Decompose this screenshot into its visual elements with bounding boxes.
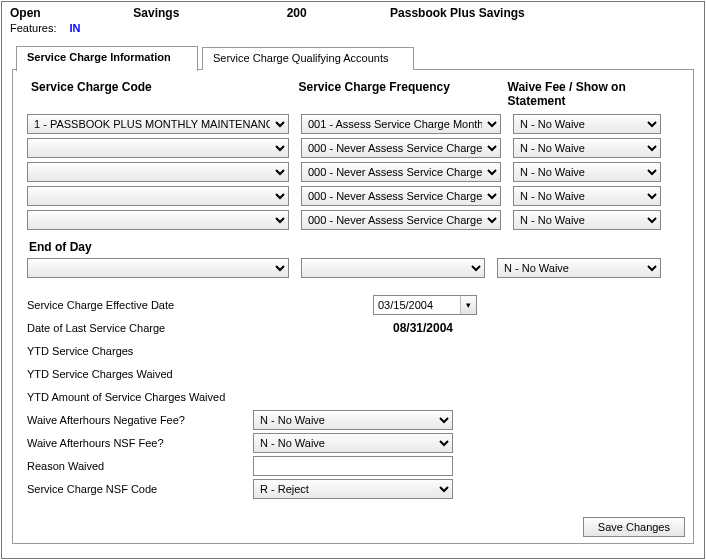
eod-row: N - No Waive	[23, 258, 683, 278]
service-charge-code-select[interactable]	[27, 210, 289, 230]
waive-ah-neg-label: Waive Afterhours Negative Fee?	[27, 414, 253, 426]
reason-waived-row: Reason Waived	[23, 456, 683, 476]
save-button[interactable]: Save Changes	[583, 517, 685, 537]
service-charge-code-select[interactable]	[27, 162, 289, 182]
tab-qualifying-accounts[interactable]: Service Charge Qualifying Accounts	[202, 47, 414, 70]
ytd-amt-waived-label: YTD Amount of Service Charges Waived	[27, 391, 287, 403]
waive-fee-select[interactable]: N - No Waive	[513, 138, 661, 158]
service-charge-freq-select[interactable]: 000 - Never Assess Service Charge	[301, 186, 501, 206]
end-of-day-label: End of Day	[29, 240, 683, 254]
status-label: Open	[10, 6, 130, 20]
waive-fee-select[interactable]: N - No Waive	[513, 186, 661, 206]
effective-date-row: Service Charge Effective Date 03/15/2004…	[23, 295, 683, 315]
eod-code-select[interactable]	[27, 258, 289, 278]
tab-strip: Service Charge Information Service Charg…	[12, 46, 694, 70]
service-charge-freq-select[interactable]: 000 - Never Assess Service Charge	[301, 210, 501, 230]
charge-row: 000 - Never Assess Service Charge N - No…	[23, 210, 683, 230]
waive-ah-neg-row: Waive Afterhours Negative Fee? N - No Wa…	[23, 410, 683, 430]
nsf-code-row: Service Charge NSF Code R - Reject	[23, 479, 683, 499]
service-charge-code-select[interactable]: 1 - PASSBOOK PLUS MONTHLY MAINTENANCE	[27, 114, 289, 134]
col-waive-header: Waive Fee / Show on Statement	[508, 80, 683, 108]
features-label: Features:	[10, 22, 56, 34]
waive-ah-nsf-row: Waive Afterhours NSF Fee? N - No Waive	[23, 433, 683, 453]
product-label: Passbook Plus Savings	[390, 6, 525, 20]
last-sc-value: 08/31/2004	[353, 321, 493, 335]
reason-waived-label: Reason Waived	[27, 460, 253, 472]
ytd-waived-row: YTD Service Charges Waived	[23, 364, 683, 384]
service-charge-code-select[interactable]	[27, 138, 289, 158]
charge-row: 000 - Never Assess Service Charge N - No…	[23, 162, 683, 182]
effective-date-picker[interactable]: 03/15/2004 ▾	[373, 295, 477, 315]
col-code-header: Service Charge Code	[31, 80, 283, 108]
charge-row: 000 - Never Assess Service Charge N - No…	[23, 186, 683, 206]
eod-freq-select[interactable]	[301, 258, 485, 278]
service-charge-freq-select[interactable]: 000 - Never Assess Service Charge	[301, 162, 501, 182]
reason-waived-input[interactable]	[253, 456, 453, 476]
service-charge-freq-select[interactable]: 000 - Never Assess Service Charge	[301, 138, 501, 158]
charge-row: 000 - Never Assess Service Charge N - No…	[23, 138, 683, 158]
nsf-code-label: Service Charge NSF Code	[27, 483, 253, 495]
effective-date-value: 03/15/2004	[378, 299, 433, 311]
chevron-down-icon: ▾	[460, 296, 476, 314]
waive-ah-neg-select[interactable]: N - No Waive	[253, 410, 453, 430]
tab-service-charge-info[interactable]: Service Charge Information	[16, 46, 198, 71]
features-row: Features: IN	[2, 22, 704, 40]
ytd-sc-label: YTD Service Charges	[27, 345, 253, 357]
service-charge-freq-select[interactable]: 001 - Assess Service Charge Monthly	[301, 114, 501, 134]
ytd-amt-waived-row: YTD Amount of Service Charges Waived	[23, 387, 683, 407]
acct-type-label: Savings	[133, 6, 283, 20]
acct-num-label: 200	[287, 6, 387, 20]
header: Open Savings 200 Passbook Plus Savings	[2, 2, 704, 22]
waive-ah-nsf-label: Waive Afterhours NSF Fee?	[27, 437, 253, 449]
nsf-code-select[interactable]: R - Reject	[253, 479, 453, 499]
charge-row: 1 - PASSBOOK PLUS MONTHLY MAINTENANCE 00…	[23, 114, 683, 134]
ytd-waived-label: YTD Service Charges Waived	[27, 368, 253, 380]
effective-date-label: Service Charge Effective Date	[27, 299, 253, 311]
col-freq-header: Service Charge Frequency	[299, 80, 492, 108]
column-headers: Service Charge Code Service Charge Frequ…	[23, 80, 683, 108]
features-value: IN	[70, 22, 81, 34]
window-frame: Open Savings 200 Passbook Plus Savings F…	[1, 1, 705, 559]
waive-fee-select[interactable]: N - No Waive	[513, 162, 661, 182]
tab-body: Service Charge Code Service Charge Frequ…	[12, 70, 694, 544]
ytd-sc-row: YTD Service Charges	[23, 341, 683, 361]
service-charge-code-select[interactable]	[27, 186, 289, 206]
eod-waive-select[interactable]: N - No Waive	[497, 258, 661, 278]
waive-fee-select[interactable]: N - No Waive	[513, 114, 661, 134]
last-sc-row: Date of Last Service Charge 08/31/2004	[23, 318, 683, 338]
waive-ah-nsf-select[interactable]: N - No Waive	[253, 433, 453, 453]
waive-fee-select[interactable]: N - No Waive	[513, 210, 661, 230]
last-sc-label: Date of Last Service Charge	[27, 322, 253, 334]
